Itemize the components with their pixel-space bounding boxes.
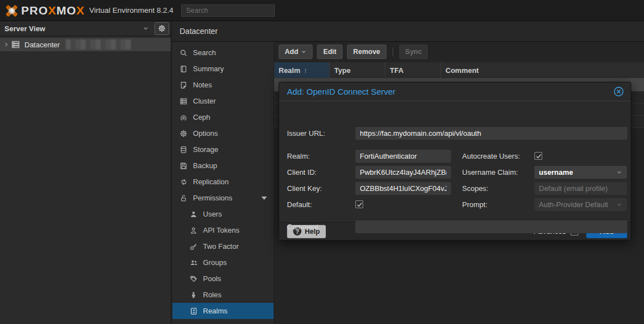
add-openid-dialog: Add: OpenID Connect Server Issuer URL: R… [279,82,631,240]
view-selector-combo[interactable]: Server View [4,21,155,36]
comment-input[interactable] [355,220,627,233]
chevron-down-icon [301,49,306,55]
product-version-label: Virtual Environment 8.2.4 [89,6,173,14]
nav-item-notes[interactable]: Notes [172,77,274,93]
user-icon [189,210,198,218]
person-icon [189,291,198,299]
tree-node-datacenter[interactable]: Datacenter [0,38,171,51]
nav-item-ceph[interactable]: Ceph [172,109,274,125]
tag-icon [189,275,198,283]
scopes-input[interactable] [534,182,627,195]
client-id-input[interactable] [355,166,451,179]
dialog-header[interactable]: Add: OpenID Connect Server [279,82,631,101]
default-checkbox[interactable] [355,200,363,208]
config-nav: Search Summary Notes Cluster Ceph Option… [172,42,274,324]
proxmox-logo-icon [4,3,19,18]
resource-tree-panel: Server View Datacenter [0,21,171,324]
column-header-type[interactable]: Type [330,62,385,78]
default-label: Default: [287,198,312,211]
unlock-icon [179,194,188,202]
dialog-title: Add: OpenID Connect Server [287,87,395,96]
note-icon [179,81,188,89]
sync-button[interactable]: Sync [399,45,428,59]
nav-item-storage[interactable]: Storage [172,141,274,158]
prompt-label: Prompt: [462,198,488,211]
key-icon [189,243,198,251]
user-outline-icon [189,227,198,234]
realms-toolbar: Add Edit Remove Sync [274,45,428,59]
add-dropdown-button[interactable]: Add [279,45,313,59]
nav-item-replication[interactable]: Replication [172,174,274,190]
chevron-down-icon [616,169,622,175]
address-book-icon [189,307,198,315]
comment-label: Comment: [287,220,320,233]
chevron-down-icon [616,202,622,208]
username-claim-select[interactable]: username [534,166,627,179]
username-claim-label: Username Claim: [462,166,518,179]
dialog-body: Issuer URL: Realm: Client ID: Client Key… [279,101,631,222]
autocreate-users-checkbox[interactable] [534,152,542,160]
column-header-comment[interactable]: Comment [441,62,644,78]
client-id-label: Client ID: [287,166,316,179]
floppy-icon [179,162,188,170]
redacted-node-name [66,40,131,50]
toolbar-separator [393,47,393,56]
chevron-down-icon [142,25,149,32]
gear-icon [158,24,166,32]
proxmox-app: PROXMOX Virtual Environment 8.2.4 Server… [0,0,644,324]
column-header-realm[interactable]: Realm↑ [274,62,330,78]
scopes-label: Scopes: [462,182,488,195]
nav-item-ha-partial[interactable]: HA [172,319,274,324]
tree-settings-button[interactable] [155,22,169,35]
nav-item-options[interactable]: Options [172,125,274,141]
resource-tree: Datacenter [0,36,171,51]
nav-item-permissions[interactable]: Permissions [172,190,274,206]
client-key-label: Client Key: [287,182,322,195]
realm-input[interactable] [355,150,451,163]
close-icon[interactable] [613,86,624,97]
client-key-input[interactable] [355,182,451,195]
edit-button[interactable]: Edit [317,45,343,59]
book-icon [179,65,188,73]
issuer-url-input[interactable] [355,127,627,140]
remove-button[interactable]: Remove [347,45,387,59]
users-icon [189,259,198,267]
expander-icon[interactable] [3,42,9,47]
realm-label: Realm: [287,150,310,163]
prompt-select[interactable]: Auth-Provider Default [534,198,627,211]
panel-header: Datacenter [172,21,644,42]
grid-header: Realm↑ Type TFA Comment [274,62,644,78]
nav-item-pools[interactable]: Pools [172,271,274,287]
database-icon [179,146,188,154]
tree-node-label: Datacenter [24,41,60,49]
nav-item-summary[interactable]: Summary [172,61,274,77]
nav-item-groups[interactable]: Groups [172,254,274,271]
nav-item-realms[interactable]: Realms [172,303,274,319]
global-search-input[interactable] [181,4,275,17]
column-header-tfa[interactable]: TFA [385,62,441,78]
nav-item-api-tokens[interactable]: API Tokens [172,222,274,238]
panel-title: Datacenter [180,27,217,36]
proxmox-logo-text: PROXMOX [21,4,85,17]
nav-item-two-factor[interactable]: Two Factor [172,238,274,254]
search-icon [179,49,188,57]
view-selector-label: Server View [4,24,45,33]
autocreate-users-label: Autocreate Users: [462,150,520,163]
ceph-icon [179,114,188,121]
gear-icon [179,130,188,138]
nav-item-backup[interactable]: Backup [172,158,274,174]
top-bar: PROXMOX Virtual Environment 8.2.4 [0,0,644,21]
issuer-url-label: Issuer URL: [287,127,325,140]
caret-down-icon [261,197,267,200]
view-selector-header: Server View [0,21,171,36]
nav-item-roles[interactable]: Roles [172,287,274,303]
nav-item-cluster[interactable]: Cluster [172,93,274,109]
server-stack-icon [179,97,188,105]
nav-item-users[interactable]: Users [172,206,274,222]
datacenter-icon [11,40,20,49]
nav-item-search[interactable]: Search [172,45,274,61]
sort-asc-icon: ↑ [304,66,308,75]
retweet-icon [179,178,188,186]
